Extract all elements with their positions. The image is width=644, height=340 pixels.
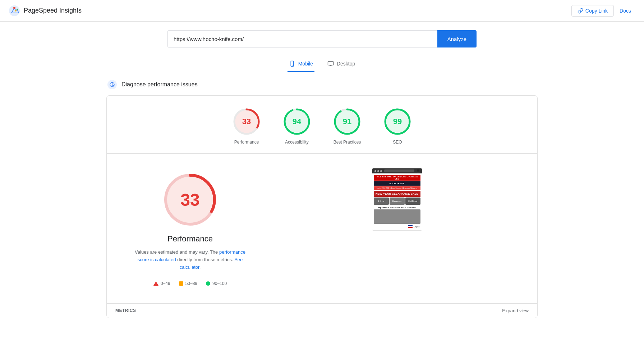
big-score-number: 33 [180, 190, 199, 210]
legend-average: 50–89 [179, 281, 197, 286]
score-number-best-practices: 91 [343, 117, 351, 126]
score-item-best-practices[interactable]: 91 Best Practices [333, 107, 362, 145]
perf-description: Values are estimated and may vary. The p… [133, 249, 248, 271]
screenshot-sale: NEW YEAR CLEARANCE SALE [374, 191, 420, 197]
square-icon [179, 281, 183, 286]
screenshot-dot-3 [380, 170, 382, 172]
score-item-seo[interactable]: 99 SEO [383, 107, 412, 145]
perf-desc-end: . [199, 264, 201, 270]
svg-point-2 [15, 10, 17, 12]
svg-point-1 [13, 7, 15, 9]
tab-mobile-label: Mobile [298, 61, 313, 67]
screenshot-cat-2: Damascus [390, 198, 405, 205]
score-circle-seo: 99 [383, 107, 412, 136]
site-screenshot: ☰ FREE SHIPPING ON ORDERS OVER $100 USD … [372, 168, 422, 231]
pagespeed-logo-icon [9, 5, 20, 17]
header-left: PageSpeed Insights [9, 5, 82, 17]
tab-desktop-label: Desktop [337, 61, 355, 67]
main-card: 33 Performance 94 Accessibility [106, 95, 538, 318]
score-number-accessibility: 94 [293, 117, 301, 126]
legend-pass-label: 90–100 [212, 281, 227, 286]
url-input[interactable] [174, 36, 432, 42]
screenshot-body: FREE SHIPPING ON ORDERS OVER $100 USD HO… [372, 173, 422, 230]
header-right: Copy Link Docs [571, 5, 635, 17]
scores-row: 33 Performance 94 Accessibility [107, 96, 537, 153]
score-number-performance: 33 [242, 117, 251, 126]
score-label-best-practices: Best Practices [334, 140, 361, 145]
score-item-accessibility[interactable]: 94 Accessibility [282, 107, 311, 145]
screenshot-cat-1: Z Knife [374, 198, 389, 205]
perf-left: 33 Performance Values are estimated and … [115, 162, 265, 295]
screenshot-menu-icon: ☰ [417, 169, 420, 173]
perf-desc-mid: directly from these metrics. [176, 257, 235, 262]
tab-mobile[interactable]: Mobile [288, 58, 314, 72]
screenshot-dot-1 [374, 170, 376, 172]
diagnose-title: Diagnose performance issues [121, 81, 198, 88]
screenshot-lang: English [374, 225, 420, 229]
screenshot-cat-3: Kai/Global [405, 198, 420, 205]
metrics-label: METRICS [115, 308, 136, 313]
screenshot-banner: FREE SHIPPING ON ORDERS OVER $100 USD [374, 175, 420, 181]
metrics-footer: METRICS Expand view [107, 303, 537, 318]
header: PageSpeed Insights Copy Link Docs [0, 0, 644, 22]
score-item-performance[interactable]: 33 Performance [232, 107, 261, 145]
search-form: Analyze [167, 30, 477, 47]
expand-view-button[interactable]: Expand view [502, 308, 529, 313]
perf-detail: 33 Performance Values are estimated and … [107, 154, 537, 303]
perf-section-title: Performance [167, 234, 213, 244]
legend-row: 0–49 50–89 90–100 [153, 281, 227, 286]
screenshot-main-image [374, 209, 420, 224]
triangle-icon [153, 281, 158, 286]
tabs-section: Mobile Desktop [0, 53, 644, 72]
perf-desc-plain: Values are estimated and may vary. The [135, 249, 219, 255]
big-score-wrap: 33 [161, 171, 219, 228]
link-icon [578, 8, 583, 14]
docs-button[interactable]: Docs [615, 5, 635, 16]
screenshot-dot-2 [377, 170, 379, 172]
score-circle-best-practices: 91 [333, 107, 362, 136]
score-label-accessibility: Accessibility [285, 140, 308, 145]
legend-average-label: 50–89 [185, 281, 197, 286]
diagnose-section: Diagnose performance issues [96, 72, 548, 95]
score-label-seo: SEO [393, 140, 402, 145]
screenshot-flag [408, 225, 413, 228]
copy-link-label: Copy Link [585, 8, 608, 14]
svg-point-3 [17, 9, 18, 10]
analyze-button[interactable]: Analyze [437, 30, 477, 47]
perf-right: ☰ FREE SHIPPING ON ORDERS OVER $100 USD … [265, 162, 529, 236]
diagnose-icon [107, 80, 117, 90]
screenshot-dots [374, 170, 382, 172]
screenshot-header: ☰ [372, 168, 422, 173]
score-circle-accessibility: 94 [282, 107, 311, 136]
score-label-performance: Performance [234, 140, 259, 145]
copy-link-button[interactable]: Copy Link [571, 5, 614, 17]
score-circle-performance: 33 [232, 107, 261, 136]
tab-desktop[interactable]: Desktop [326, 58, 356, 72]
svg-rect-6 [328, 62, 333, 65]
search-section: Analyze [0, 22, 644, 53]
screenshot-url-bar [384, 169, 414, 172]
screenshot-categories: Z Knife Damascus Kai/Global [374, 198, 420, 205]
legend-pass: 90–100 [206, 281, 227, 286]
screenshot-promo: Up to 15% OFF + Free Standard Express Sh… [374, 186, 420, 190]
url-input-wrap [167, 30, 437, 47]
legend-fail: 0–49 [153, 281, 170, 286]
screenshot-section-title: Japanese Knife TOP SALES BRANDS [374, 206, 420, 209]
score-number-seo: 99 [393, 117, 402, 126]
desktop-icon [327, 60, 334, 67]
legend-fail-label: 0–49 [161, 281, 170, 286]
mobile-icon [289, 60, 295, 67]
circle-icon [206, 281, 210, 286]
svg-point-5 [292, 65, 293, 66]
app-title: PageSpeed Insights [24, 7, 82, 14]
screenshot-nav: HOCHO KNIFE [374, 181, 420, 186]
